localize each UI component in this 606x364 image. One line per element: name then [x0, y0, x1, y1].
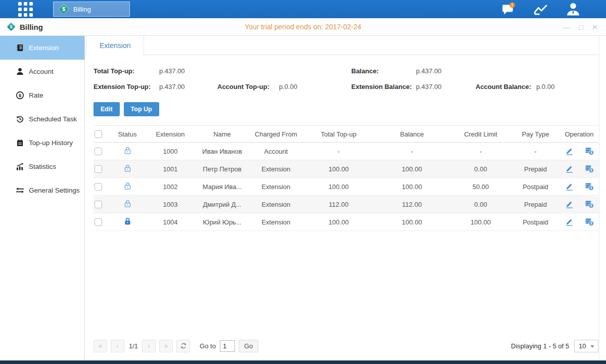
- taskbar-app-tab-billing[interactable]: $ Billing: [53, 2, 130, 17]
- table-body: 1000 Иван Иванов Account - - - - $: [94, 143, 599, 231]
- cell-extension: 1003: [145, 196, 196, 213]
- table-row: 1001 Петр Петров Extension 100.00 100.00…: [94, 160, 599, 178]
- topup-coins-icon[interactable]: $: [585, 146, 594, 157]
- sidebar-item-statistics[interactable]: Statistics: [0, 155, 84, 178]
- select-all-checkbox[interactable]: [95, 130, 102, 138]
- sidebar-item-label: Statistics: [29, 163, 56, 170]
- sidebar-item-rate[interactable]: $ Rate: [0, 83, 84, 107]
- cell-name: Мария Ива...: [196, 178, 249, 196]
- close-icon[interactable]: ✕: [591, 23, 598, 31]
- extension-balance-value: p.437.00: [416, 79, 476, 95]
- cell-extension: 1002: [145, 178, 196, 196]
- apps-grid-icon[interactable]: [18, 2, 33, 17]
- sidebar-item-label: Scheduled Task: [29, 115, 77, 123]
- extension-topup-value: p.437.00: [159, 79, 217, 95]
- prev-page-button[interactable]: ‹: [111, 340, 124, 352]
- svg-text:$: $: [590, 221, 592, 225]
- cell-charged-from: Extension: [249, 178, 303, 196]
- cell-credit-limit: 50.00: [450, 178, 511, 196]
- cell-charged-from: Extension: [249, 196, 303, 213]
- edit-pencil-icon[interactable]: [565, 199, 574, 210]
- col-balance: Balance: [374, 126, 450, 143]
- status-unlocked-icon[interactable]: [123, 199, 132, 209]
- svg-text:$: $: [18, 93, 21, 98]
- table-row: 1002 Мария Ива... Extension 100.00 100.0…: [94, 178, 599, 196]
- topup-coins-icon[interactable]: $: [585, 181, 594, 192]
- edit-button[interactable]: Edit: [94, 102, 120, 116]
- sidebar-item-label: Top-up History: [29, 139, 73, 147]
- row-checkbox[interactable]: [95, 218, 102, 226]
- goto-page-input[interactable]: [220, 340, 235, 352]
- edit-pencil-icon[interactable]: [565, 181, 574, 192]
- cell-name: Петр Петров: [196, 160, 249, 178]
- col-status: Status: [110, 126, 145, 143]
- sidebar-item-scheduled-task[interactable]: Scheduled Task: [0, 107, 84, 131]
- row-checkbox[interactable]: [95, 201, 102, 208]
- cell-charged-from: Account: [249, 143, 303, 160]
- refresh-icon: [180, 342, 187, 349]
- bar-chart-icon: [15, 162, 24, 171]
- next-page-button[interactable]: ›: [142, 340, 156, 352]
- svg-text:!: !: [511, 3, 513, 8]
- sidebar-item-general-settings[interactable]: General Settings: [0, 178, 84, 202]
- extension-balance-label: Extension Balance:: [351, 79, 416, 95]
- status-locked-icon[interactable]: [123, 217, 132, 227]
- status-unlocked-icon[interactable]: [123, 181, 132, 192]
- svg-text:$: $: [62, 6, 65, 12]
- total-topup-value: p.437.00: [159, 63, 185, 79]
- refresh-button[interactable]: [176, 340, 190, 352]
- first-page-button[interactable]: «: [94, 340, 107, 352]
- page-indicator: 1/1: [129, 342, 138, 350]
- status-unlocked-icon[interactable]: [123, 146, 132, 156]
- minimize-icon[interactable]: —: [563, 23, 571, 31]
- sidebar-item-extension[interactable]: Extension: [0, 36, 84, 60]
- status-unlocked-icon[interactable]: [123, 164, 132, 174]
- cell-total-topup: 112.00: [303, 196, 374, 213]
- total-topup-label: Total Top-up:: [94, 63, 159, 79]
- messages-icon[interactable]: !: [500, 3, 517, 16]
- last-page-button[interactable]: »: [159, 340, 173, 352]
- line-chart-icon[interactable]: [532, 3, 549, 16]
- cell-balance: 100.00: [374, 213, 450, 231]
- edit-pencil-icon[interactable]: [565, 146, 574, 157]
- table-row: 1000 Иван Иванов Account - - - - $: [94, 143, 599, 160]
- cell-balance: -: [374, 143, 450, 160]
- topup-coins-icon[interactable]: $: [585, 199, 594, 210]
- cell-pay-type: Prepaid: [511, 160, 560, 178]
- account-topup-value: p.0.00: [279, 79, 297, 95]
- cell-pay-type: Postpaid: [511, 213, 560, 231]
- row-checkbox[interactable]: [95, 165, 102, 173]
- top-up-button[interactable]: Top Up: [124, 102, 159, 116]
- sliders-icon: [15, 186, 24, 195]
- cell-total-topup: 100.00: [303, 213, 374, 231]
- sidebar-item-label: General Settings: [29, 187, 80, 194]
- notepad-icon: [15, 139, 24, 148]
- svg-text:$: $: [590, 186, 592, 190]
- cell-credit-limit: 0.00: [450, 160, 511, 178]
- go-button[interactable]: Go: [239, 340, 258, 352]
- col-pay-type: Pay Type: [511, 126, 560, 143]
- trial-notice: Your trial period ends on: 2017-02-24: [0, 23, 606, 31]
- sidebar-item-label: Account: [29, 68, 54, 75]
- page-size-select[interactable]: 10: [574, 340, 598, 352]
- account-balance-label: Account Balance:: [476, 79, 536, 95]
- topup-coins-icon[interactable]: $: [585, 217, 594, 228]
- cell-pay-type: Postpaid: [511, 178, 560, 196]
- sidebar-item-account[interactable]: Account: [0, 60, 84, 83]
- row-checkbox[interactable]: [95, 183, 102, 191]
- maximize-icon[interactable]: □: [579, 23, 583, 31]
- cell-balance: 112.00: [374, 196, 450, 213]
- topup-coins-icon[interactable]: $: [585, 164, 594, 174]
- tab-extension[interactable]: Extension: [86, 36, 144, 55]
- sidebar-item-topup-history[interactable]: Top-up History: [0, 131, 84, 155]
- edit-pencil-icon[interactable]: [565, 217, 574, 228]
- user-icon[interactable]: [565, 3, 582, 16]
- ledger-icon: [15, 43, 24, 53]
- balance-label: Balance:: [351, 63, 416, 79]
- edit-pencil-icon[interactable]: [565, 164, 574, 174]
- row-checkbox[interactable]: [95, 148, 102, 155]
- page-size-value: 10: [579, 342, 586, 350]
- table-header-row: Status Extension Name Charged From Total…: [94, 126, 599, 143]
- cell-name: Юрий Юрь...: [196, 213, 249, 231]
- window-title: Billing: [20, 23, 43, 31]
